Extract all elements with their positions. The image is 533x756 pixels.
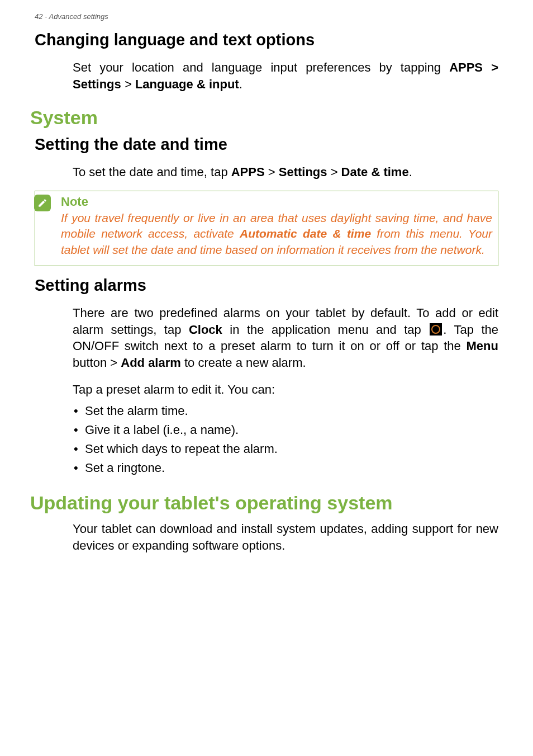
clock-icon bbox=[430, 323, 442, 336]
page: 42 - Advanced settings Changing language… bbox=[0, 0, 533, 586]
list-item: Set the alarm time. bbox=[73, 401, 498, 420]
alarms-block: There are two predefined alarms on your … bbox=[73, 305, 498, 478]
clock-bold: Clock bbox=[189, 323, 222, 337]
note-box: Note If you travel frequently or live in… bbox=[35, 191, 498, 266]
text: button > bbox=[73, 356, 121, 370]
menu-bold: Menu bbox=[467, 339, 498, 353]
period: . bbox=[409, 165, 412, 179]
language-paragraph: Set your location and language input pre… bbox=[73, 59, 498, 92]
date-time-bold: Date & time bbox=[341, 165, 409, 179]
note-title: Note bbox=[61, 195, 492, 209]
heading-date-time: Setting the date and time bbox=[35, 135, 498, 154]
heading-updating-os: Updating your tablet's operating system bbox=[30, 492, 498, 514]
language-paragraph-block: Set your location and language input pre… bbox=[73, 59, 498, 92]
date-paragraph-block: To set the date and time, tap APPS > Set… bbox=[73, 164, 498, 181]
updating-paragraph: Your tablet can download and install sys… bbox=[73, 521, 498, 554]
add-alarm-bold: Add alarm bbox=[121, 356, 181, 370]
separator: > bbox=[121, 77, 135, 91]
note-pencil-icon bbox=[34, 195, 51, 211]
alarm-options-list: Set the alarm time. Give it a label (i.e… bbox=[73, 401, 498, 478]
list-item: Give it a label (i.e., a name). bbox=[73, 420, 498, 440]
heading-language-options: Changing language and text options bbox=[35, 31, 498, 49]
note-bold: Automatic date & time bbox=[240, 227, 371, 240]
updating-block: Your tablet can download and install sys… bbox=[73, 521, 498, 554]
alarms-paragraph-1: There are two predefined alarms on your … bbox=[73, 305, 498, 371]
separator: > bbox=[327, 165, 341, 179]
text: Set your location and language input pre… bbox=[73, 60, 449, 74]
text: in the application menu and tap bbox=[222, 323, 429, 337]
list-item: Set which days to repeat the alarm. bbox=[73, 440, 498, 459]
running-header: 42 - Advanced settings bbox=[35, 12, 498, 21]
list-item: Set a ringtone. bbox=[73, 459, 498, 478]
settings-bold: Settings bbox=[279, 165, 327, 179]
text: to create a new alarm. bbox=[181, 356, 306, 370]
apps-bold: APPS bbox=[231, 165, 265, 179]
heading-system: System bbox=[30, 107, 498, 129]
language-input-bold: Language & input bbox=[135, 77, 239, 91]
note-body: If you travel frequently or live in an a… bbox=[61, 210, 492, 258]
date-paragraph: To set the date and time, tap APPS > Set… bbox=[73, 164, 498, 181]
heading-setting-alarms: Setting alarms bbox=[35, 276, 498, 295]
text: To set the date and time, tap bbox=[73, 165, 231, 179]
period: . bbox=[239, 77, 242, 91]
separator: > bbox=[265, 165, 279, 179]
alarms-paragraph-2: Tap a preset alarm to edit it. You can: bbox=[73, 381, 498, 398]
